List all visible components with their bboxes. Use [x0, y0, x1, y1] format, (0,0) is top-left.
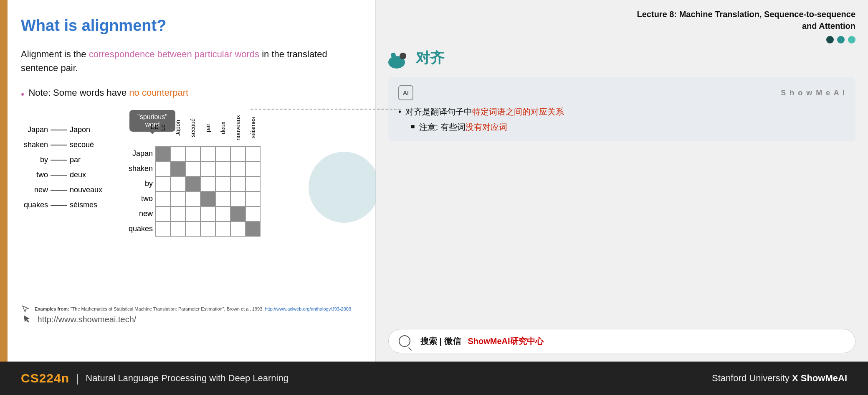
- eng-by: by: [21, 155, 48, 164]
- search-text: 搜索 | 微信 ShowMeAI研究中心: [420, 336, 544, 347]
- cell-3-6: [245, 191, 261, 206]
- arrow-by: [51, 160, 67, 161]
- word-pair-shaken: shaken secoué: [21, 138, 103, 153]
- cell-4-5: [230, 206, 245, 222]
- cell-5-1: [170, 222, 185, 237]
- cell-3-5: [230, 191, 245, 206]
- svg-point-2: [391, 53, 396, 58]
- row-label-japan: Japan: [128, 149, 155, 158]
- course-description: Natural Language Processing with Deep Le…: [86, 373, 288, 384]
- col-le: Le: [155, 110, 170, 145]
- search-icon: [399, 335, 410, 347]
- cell-2-5: [230, 176, 245, 191]
- col-deux: deux: [215, 110, 230, 145]
- slide-content: What is alignment? Alignment is the corr…: [0, 0, 375, 362]
- grid-row-shaken: shaken: [128, 161, 261, 176]
- fr-shaken: secoué: [70, 140, 103, 149]
- cell-2-2: [185, 176, 200, 191]
- stanford-text: Stanford University: [712, 373, 790, 383]
- ai-sub-bullet: ■ 注意: 有些词没有对应词: [411, 122, 845, 133]
- cell-1-5: [230, 161, 245, 176]
- note-prefix: Note: Some words have: [28, 87, 127, 98]
- cell-0-3: [200, 146, 215, 161]
- cell-5-4: [215, 222, 230, 237]
- ai-bullet-text-1: 对齐是翻译句子中特定词语之间的对应关系: [405, 106, 564, 117]
- word-pairs: Japan Japon shaken secoué by par: [21, 122, 103, 237]
- ai-bullet-highlight: 特定词语之间的对应关系: [472, 107, 564, 116]
- grid-row-quakes: quakes: [128, 222, 261, 237]
- bottom-bar: CS224n | Natural Language Processing wit…: [0, 362, 868, 395]
- row-label-quakes: quakes: [128, 224, 155, 233]
- cell-2-0: [155, 176, 170, 191]
- fr-quakes: séismes: [70, 201, 103, 209]
- bullet-item: • Note: Some words have no counterpart: [21, 87, 354, 102]
- word-pair-two: two deux: [21, 168, 103, 183]
- col-nouveaux: nouveaux: [230, 110, 245, 145]
- ai-content: • 对齐是翻译句子中特定词语之间的对应关系 ■ 注意: 有些词没有对应词: [398, 106, 845, 133]
- footer-url-text: http://www.showmeai.tech/: [38, 315, 137, 324]
- chinese-section: 对齐: [388, 48, 855, 69]
- cell-0-2: [185, 146, 200, 161]
- word-pair-by: by par: [21, 153, 103, 168]
- cell-4-6: [245, 206, 261, 222]
- arrow-shaken: [51, 145, 67, 145]
- grid-row-by: by: [128, 176, 261, 191]
- pointer-icon: [21, 314, 33, 326]
- search-bar[interactable]: 搜索 | 微信 ShowMeAI研究中心: [388, 329, 855, 353]
- row-label-shaken: shaken: [128, 164, 155, 173]
- lecture-line2: and Attention: [802, 21, 855, 31]
- citation-text: "The Mathematics of Statistical Machine …: [71, 306, 264, 311]
- grid-row-japan: Japan: [128, 146, 261, 161]
- cell-3-4: [215, 191, 230, 206]
- cell-1-4: [215, 161, 230, 176]
- wave-icon: [388, 48, 409, 69]
- cell-1-3: [200, 161, 215, 176]
- bullet-text: Note: Some words have no counterpart: [28, 87, 188, 98]
- row-label-two: two: [128, 194, 155, 203]
- col-secoue: secoué: [185, 110, 200, 145]
- cell-4-3: [200, 206, 215, 222]
- cell-5-3: [200, 222, 215, 237]
- ai-bullet-prefix: 对齐是翻译句子中: [405, 107, 472, 116]
- cell-1-6: [245, 161, 261, 176]
- lecture-line1: Lecture 8: Machine Translation, Sequence…: [637, 10, 855, 19]
- cell-4-0: [155, 206, 170, 222]
- chinese-title: 对齐: [416, 48, 444, 68]
- examples-from-label: Examples from:: [35, 306, 69, 311]
- cell-5-6: [245, 222, 261, 237]
- col-par: par: [200, 110, 215, 145]
- cell-5-2: [185, 222, 200, 237]
- cell-3-2: [185, 191, 200, 206]
- fr-japan: Japon: [70, 125, 103, 134]
- eng-shaken: shaken: [21, 140, 48, 149]
- dot-teal: [837, 36, 845, 43]
- footer-citation-text: Examples from: "The Mathematics of Stati…: [21, 304, 367, 314]
- cell-1-0: [155, 161, 170, 176]
- bottom-bar-left: CS224n | Natural Language Processing wit…: [21, 371, 712, 385]
- bottom-bar-right: Stanford University X ShowMeAI: [712, 373, 847, 384]
- lecture-header: Lecture 8: Machine Translation, Sequence…: [388, 8, 855, 32]
- grid-row-two: two: [128, 191, 261, 206]
- fr-two: deux: [70, 171, 103, 179]
- grid-rows: Japan shaken: [128, 146, 261, 237]
- ai-sub-highlight: 没有对应词: [466, 122, 507, 132]
- arrow-quakes: [51, 205, 67, 206]
- footer-website: http://www.showmeai.tech/: [21, 314, 367, 326]
- ai-sub-text: 注意: 有些词没有对应词: [419, 122, 507, 133]
- footer-link[interactable]: http://www.aclweb.org/anthology/J93-2003: [265, 306, 351, 311]
- showmeai-bottom-text: X ShowMeAI: [792, 373, 847, 383]
- cell-0-5: [230, 146, 245, 161]
- fr-new: nouveaux: [70, 186, 103, 194]
- circle-overlay: [309, 152, 380, 223]
- arrow-new: [51, 190, 67, 191]
- slide-title: What is alignment?: [21, 17, 354, 35]
- eng-japan: Japan: [21, 125, 48, 134]
- cell-0-0: [155, 146, 170, 161]
- svg-point-1: [400, 53, 406, 59]
- ai-box: AI S h o w M e A I • 对齐是翻译句子中特定词语之间的对应关系…: [388, 77, 855, 141]
- eng-two: two: [21, 171, 48, 179]
- ai-bullet-1: • 对齐是翻译句子中特定词语之间的对应关系: [398, 106, 845, 117]
- right-panel: Lecture 8: Machine Translation, Sequence…: [376, 0, 868, 395]
- cell-2-3: [200, 176, 215, 191]
- cell-2-6: [245, 176, 261, 191]
